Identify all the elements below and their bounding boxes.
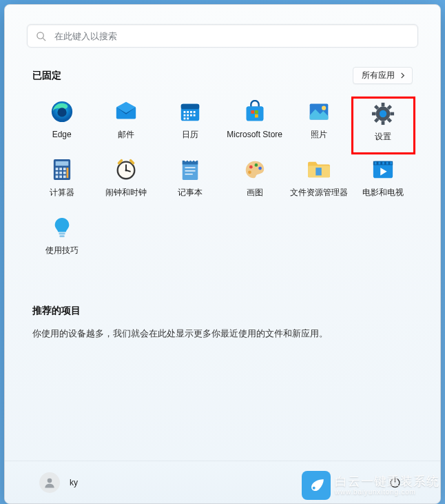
- app-label: 邮件: [118, 130, 134, 139]
- svg-point-60: [249, 165, 253, 169]
- svg-rect-19: [251, 110, 254, 114]
- svg-point-58: [192, 159, 194, 161]
- recommended-section: 推荐的项目 你使用的设备越多，我们就会在此处显示更多你最近使用的文件和新应用。: [27, 305, 418, 340]
- pinned-apps-grid: Edge 邮件 日历 Microsoft Store 照片: [27, 97, 418, 270]
- svg-rect-28: [372, 112, 376, 116]
- svg-rect-16: [187, 118, 189, 120]
- app-label: 设置: [375, 132, 391, 141]
- app-label: 闹钟和时钟: [105, 188, 147, 197]
- svg-rect-70: [382, 162, 384, 165]
- app-label: 电影和电视: [362, 188, 404, 197]
- svg-rect-12: [187, 114, 189, 117]
- chevron-right-icon: [399, 72, 406, 79]
- svg-point-62: [258, 167, 262, 170]
- svg-rect-72: [391, 162, 393, 165]
- svg-rect-8: [187, 111, 189, 113]
- search-input[interactable]: [54, 31, 409, 41]
- svg-rect-43: [55, 175, 58, 178]
- notepad-icon: [178, 157, 203, 182]
- app-tile-notepad[interactable]: 记事本: [158, 154, 222, 212]
- recommended-title: 推荐的项目: [32, 305, 413, 317]
- app-label: 记事本: [178, 188, 203, 197]
- svg-rect-11: [184, 114, 186, 117]
- svg-rect-20: [255, 110, 258, 114]
- app-label: 画图: [247, 188, 263, 197]
- svg-point-61: [254, 163, 258, 167]
- app-tile-movies[interactable]: 电影和电视: [351, 154, 415, 212]
- mail-icon: [114, 99, 138, 124]
- svg-point-63: [248, 170, 251, 174]
- watermark-url: www.baiyunxitong.com: [335, 488, 439, 496]
- svg-point-34: [380, 110, 386, 117]
- svg-rect-68: [375, 162, 377, 165]
- svg-rect-29: [391, 112, 395, 116]
- svg-rect-46: [66, 168, 68, 178]
- svg-point-3: [57, 108, 66, 117]
- user-account-button[interactable]: ky: [39, 472, 78, 493]
- svg-rect-14: [194, 114, 196, 117]
- svg-rect-15: [184, 118, 186, 120]
- app-label: Edge: [52, 130, 72, 139]
- svg-line-1: [43, 38, 45, 41]
- app-tile-calculator[interactable]: 计算器: [30, 154, 94, 212]
- svg-rect-69: [379, 162, 381, 165]
- svg-rect-74: [59, 235, 65, 237]
- svg-rect-37: [55, 168, 58, 170]
- watermark: 白云一键重装系统 www.baiyunxitong.com: [302, 471, 439, 500]
- user-name: ky: [70, 478, 78, 487]
- edge-icon: [50, 99, 74, 124]
- photos-icon: [307, 99, 331, 124]
- app-label: 计算器: [50, 188, 74, 197]
- app-tile-settings[interactable]: 设置: [351, 97, 415, 154]
- app-label: 使用技巧: [45, 245, 79, 255]
- svg-point-50: [125, 169, 127, 171]
- svg-rect-22: [255, 114, 258, 118]
- app-label: Microsoft Store: [227, 130, 282, 139]
- all-apps-label: 所有应用: [362, 70, 395, 81]
- app-tile-explorer[interactable]: 文件资源管理器: [287, 154, 351, 212]
- svg-rect-42: [63, 172, 66, 174]
- svg-rect-39: [63, 168, 66, 170]
- paint-icon: [242, 157, 267, 182]
- gear-icon: [371, 101, 395, 126]
- svg-point-80: [313, 487, 315, 490]
- app-tile-store[interactable]: Microsoft Store: [222, 97, 287, 154]
- app-tile-tips[interactable]: 使用技巧: [30, 212, 94, 270]
- svg-rect-38: [59, 168, 62, 170]
- svg-rect-36: [55, 161, 68, 166]
- app-label: 照片: [311, 130, 327, 139]
- svg-rect-13: [190, 114, 192, 117]
- svg-point-0: [37, 32, 43, 38]
- svg-rect-73: [59, 233, 65, 235]
- watermark-brand: 白云一键重装系统: [335, 475, 439, 489]
- recommended-description: 你使用的设备越多，我们就会在此处显示更多你最近使用的文件和新应用。: [32, 328, 413, 340]
- app-tile-mail[interactable]: 邮件: [94, 97, 158, 154]
- svg-rect-41: [59, 172, 62, 174]
- app-tile-paint[interactable]: 画图: [222, 154, 287, 212]
- avatar-icon: [39, 472, 60, 493]
- svg-rect-27: [382, 121, 385, 125]
- svg-rect-45: [63, 175, 66, 178]
- svg-point-57: [188, 159, 190, 161]
- svg-point-56: [185, 159, 187, 161]
- start-menu-panel: 已固定 所有应用 Edge 邮件 日历: [4, 4, 441, 504]
- svg-point-75: [48, 478, 52, 483]
- svg-rect-40: [55, 172, 58, 174]
- app-tile-photos[interactable]: 照片: [287, 97, 351, 154]
- pinned-header: 已固定 所有应用: [27, 67, 418, 84]
- watermark-logo-icon: [302, 471, 331, 500]
- app-tile-edge[interactable]: Edge: [30, 97, 94, 154]
- search-box[interactable]: [27, 24, 418, 48]
- app-label: 日历: [182, 130, 198, 139]
- all-apps-button[interactable]: 所有应用: [353, 67, 413, 84]
- svg-rect-18: [246, 106, 263, 121]
- app-tile-calendar[interactable]: 日历: [158, 97, 222, 154]
- store-icon: [242, 99, 267, 124]
- svg-point-59: [194, 159, 196, 161]
- movies-icon: [371, 157, 395, 182]
- app-tile-alarms[interactable]: 闹钟和时钟: [94, 154, 158, 212]
- calendar-icon: [178, 99, 203, 124]
- svg-rect-6: [181, 104, 199, 110]
- svg-rect-7: [184, 111, 186, 113]
- svg-rect-26: [382, 103, 385, 107]
